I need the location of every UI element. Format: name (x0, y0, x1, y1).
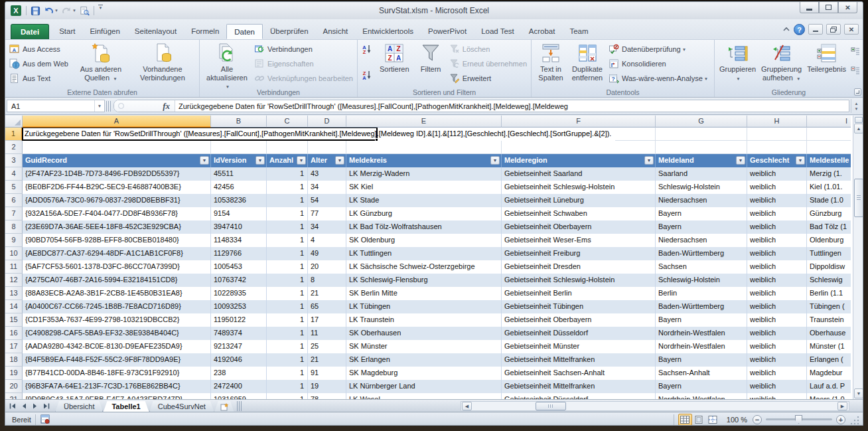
tab-team[interactable]: Team (562, 24, 595, 39)
split-handle[interactable] (855, 117, 863, 123)
tab-einfuegen[interactable]: Einfügen (82, 24, 127, 39)
cell-melderegion[interactable]: Gebietseinheit Oberbayern (502, 313, 656, 327)
cell[interactable] (807, 141, 851, 154)
cell-meldekreis[interactable]: SK Oldenburg (346, 234, 502, 247)
tab-daten[interactable]: Daten (226, 24, 263, 39)
column-header[interactable]: F (502, 116, 656, 128)
cell-idversion[interactable]: 2472400 (211, 380, 267, 393)
minimize-ribbon-icon[interactable] (782, 23, 790, 35)
cell-meldekreis[interactable]: LK Bad Tölz-Wolfratshausen (346, 220, 502, 234)
cell-idversion[interactable]: 10093253 (211, 300, 267, 313)
cell-meldekreis[interactable]: LK Tübingen (346, 300, 502, 313)
cell-melderegion[interactable]: Gebietseinheit Tübingen (502, 300, 656, 313)
cell-melderegion[interactable]: Gebietseinheit Mittelfranken (502, 380, 656, 393)
cell-guidrecord[interactable]: {932A156A-5DE7-F404-0477-DD8F4B936F78} (23, 207, 211, 220)
cell-anzahl[interactable]: 1 (267, 300, 308, 313)
column-header[interactable]: D (308, 116, 346, 128)
cell-geschlecht[interactable]: weiblich (747, 287, 807, 300)
insert-worksheet-icon[interactable] (214, 401, 234, 412)
prev-sheet-icon[interactable] (19, 401, 29, 411)
cell-geschlecht[interactable]: weiblich (747, 247, 807, 260)
sort-descending-button[interactable]: ZA (360, 68, 374, 82)
sheet-tab-tabelle1[interactable]: Tabelle1 (103, 401, 149, 412)
cell-meldestelle[interactable]: Tübingen ( (807, 300, 851, 313)
cell[interactable] (23, 141, 211, 154)
cell-meldekreis[interactable]: LK Traunstein (346, 313, 502, 327)
scroll-down-icon[interactable]: ▼ (854, 388, 863, 398)
cell-geschlecht[interactable]: weiblich (747, 207, 807, 220)
vorhandene-verbindungen-button[interactable]: Vorhandene Verbindungen (131, 41, 194, 86)
column-header[interactable]: I (807, 116, 851, 128)
cell-meldestelle[interactable]: Berlin (1.1 (807, 287, 851, 300)
cell-guidrecord[interactable]: {AADA9280-4342-BC0E-8130-D9EAFE235DA9} (23, 340, 211, 353)
datenueberpruefung-button[interactable]: Datenüberprüfung▼ (607, 42, 710, 56)
cell-meldekreis[interactable]: SK Kiel (346, 181, 502, 194)
cell-idversion[interactable]: 10763742 (211, 274, 267, 287)
zoom-level[interactable]: 100 % (727, 416, 747, 424)
cell-guidrecord[interactable]: {23E69D7A-36AE-5EE4-18F8-452C3E929CBA} (23, 220, 211, 234)
filter-dropdown-icon[interactable]: ▼ (200, 156, 209, 165)
zoom-out-icon[interactable]: − (753, 415, 762, 424)
cell-alter[interactable]: 49 (308, 247, 346, 260)
cell-meldeland[interactable]: Bayern (656, 207, 747, 220)
column-header[interactable]: E (346, 116, 502, 128)
cell-meldeland[interactable]: Bayern (656, 220, 747, 234)
cell-idversion[interactable]: 9213247 (211, 340, 267, 353)
detail-ausblenden-button[interactable] (849, 65, 862, 77)
cell-alter[interactable]: 19 (308, 380, 346, 393)
cell-melderegion[interactable]: Gebietseinheit Schleswig-Holstein (502, 181, 656, 194)
cell-anzahl[interactable]: 1 (267, 220, 308, 234)
row-header[interactable]: 4 (5, 167, 23, 181)
row-header[interactable]: 11 (5, 260, 23, 274)
formula-bar-spinner[interactable]: ▲▼ (851, 99, 861, 113)
cell-a1-text[interactable]: Zurückgegebene Daten für 'RowSetDrillThr… (23, 128, 615, 141)
cell-idversion[interactable]: 1148334 (211, 234, 267, 247)
maximize-button[interactable] (819, 2, 838, 13)
cell-anzahl[interactable]: 1 (267, 194, 308, 207)
close-button[interactable]: ✕ (838, 2, 857, 13)
erweitert-button[interactable]: Erweitert (447, 71, 529, 86)
formula-bar-resize-grip[interactable] (106, 101, 112, 112)
cell-anzahl[interactable]: 1 (267, 167, 308, 181)
cell-geschlecht[interactable]: weiblich (747, 194, 807, 207)
cell-meldeland[interactable]: Nordrhein-Westfalen (656, 393, 747, 399)
cell-alter[interactable]: 54 (308, 194, 346, 207)
column-header[interactable]: C (267, 116, 308, 128)
cell-meldeland[interactable]: Nordrhein-Westfalen (656, 327, 747, 340)
cell-geschlecht[interactable]: weiblich (747, 167, 807, 181)
cell-meldekreis[interactable]: SK Münster (346, 340, 502, 353)
cell-geschlecht[interactable]: weiblich (747, 340, 807, 353)
cell-alter[interactable]: 34 (308, 220, 346, 234)
cell-meldekreis[interactable]: LK Wesel (346, 393, 502, 399)
cell-meldeland[interactable]: Sachsen (656, 260, 747, 274)
tab-formeln[interactable]: Formeln (184, 24, 226, 39)
cell[interactable] (656, 141, 747, 154)
cell-meldekreis[interactable]: LK Sächsische Schweiz-Osterzgebirge (346, 260, 502, 274)
cell-melderegion[interactable]: Gebietseinheit Mittelfranken (502, 353, 656, 367)
cell-alter[interactable]: 4 (308, 234, 346, 247)
cell-meldekreis[interactable]: SK Erlangen (346, 353, 502, 367)
vertical-scroll-thumb[interactable] (854, 179, 863, 217)
cell[interactable] (502, 141, 656, 154)
tab-scrollbar-splitter[interactable] (237, 401, 242, 411)
row-header[interactable]: 9 (5, 234, 23, 247)
cell-anzahl[interactable]: 1 (267, 313, 308, 327)
column-header[interactable]: A (23, 116, 211, 128)
insert-function-icon[interactable]: fx (163, 101, 175, 112)
cell-alter[interactable]: 20 (308, 260, 346, 274)
cell-meldestelle[interactable]: Bad Tölz (1 (807, 220, 851, 234)
cell-alter[interactable]: 17 (308, 313, 346, 327)
cell-melderegion[interactable]: Gebietseinheit Schwaben (502, 207, 656, 220)
cell-meldestelle[interactable]: Merzig (1. (807, 167, 851, 181)
qat-customize-icon[interactable]: ▼ (98, 5, 104, 17)
column-header[interactable]: B (211, 116, 267, 128)
tab-start[interactable]: Start (52, 24, 82, 39)
cell-geschlecht[interactable]: weiblich (747, 367, 807, 380)
cell-idversion[interactable]: 9154 (211, 207, 267, 220)
cell-melderegion[interactable]: Gebietseinheit Weser-Ems (502, 234, 656, 247)
cell-meldestelle[interactable]: Stade (1.0 (807, 194, 851, 207)
cell-geschlecht[interactable]: weiblich (747, 181, 807, 194)
name-box-dropdown-icon[interactable]: ▼ (94, 100, 104, 112)
cell-meldeland[interactable]: Saarland (656, 167, 747, 181)
teilergebnis-button[interactable]: Teilergebnis (804, 41, 849, 86)
